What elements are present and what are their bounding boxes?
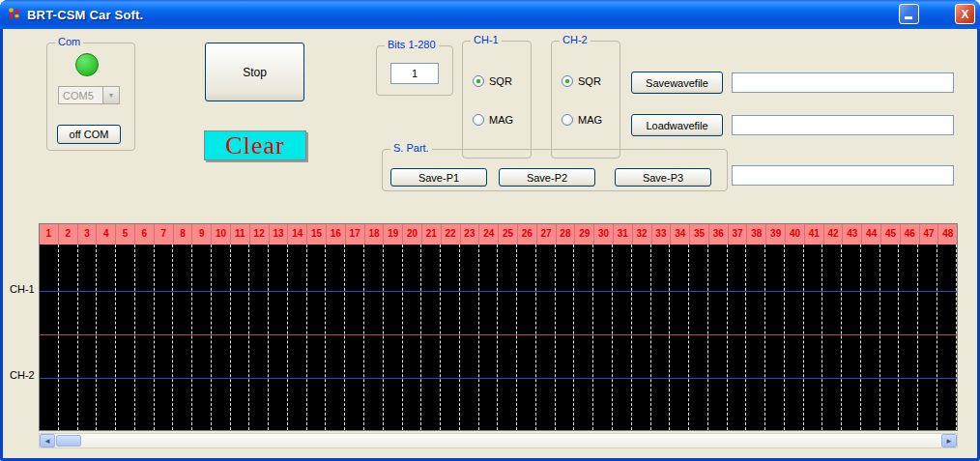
scope-column-number: 34 [671,224,690,245]
bits-group-label: Bits 1-280 [385,39,439,50]
scope-column-number: 45 [881,224,901,245]
scope-grid-column [403,245,422,430]
scope-grid-column [460,245,479,430]
ch2-group: CH-2 SQR MAG [551,41,620,158]
titlebar[interactable]: BRT-CSM Car Soft. X [0,0,980,29]
window-title: BRT-CSM Car Soft. [27,8,143,22]
scope-grid-column [689,245,708,430]
scope-grid-column [804,245,823,430]
ch1-sqr-radio[interactable]: SQR [473,74,512,88]
scope-column-number: 17 [346,224,365,245]
scope-column-number: 9 [192,224,212,245]
scope-grid-column [899,245,918,430]
scope-grid-column [670,245,689,430]
scope-column-number: 15 [307,224,327,245]
scope-column-number: 5 [116,224,135,245]
ch1-mag-radio[interactable]: MAG [473,113,513,127]
scope-grid-column [135,245,155,430]
spart-group: S. Part. Save-P1 Save-P2 Save-P3 [382,149,728,191]
save-p2-button[interactable]: Save-P2 [499,168,595,187]
scope-grid-column [651,245,671,430]
scope-column-number: 48 [938,224,957,245]
load-wavefile-path-field[interactable] [732,115,954,135]
clear-button[interactable]: Clear [204,130,306,160]
ch1-sqr-label: SQR [489,75,512,87]
radio-button-icon [473,114,484,126]
ch2-group-label: CH-2 [560,34,591,45]
scope-ch1-baseline [40,291,957,292]
ch2-mag-radio[interactable]: MAG [562,113,602,127]
scope-column-number: 18 [365,224,385,245]
scope-ch1-label: CH-1 [10,283,35,295]
scope-column-number: 30 [594,224,614,245]
scope-column-number: 3 [78,224,98,245]
scope-column-number: 42 [824,224,844,245]
radio-button-icon [562,114,573,126]
stop-button[interactable]: Stop [205,43,304,101]
scope-column-number: 26 [518,224,537,245]
scope-column-number: 36 [709,224,729,245]
scope-display [40,245,957,430]
ch2-sqr-label: SQR [578,75,601,87]
scope-horizontal-scrollbar[interactable]: ◄ ► [39,433,958,448]
scope-grid-column [536,245,556,430]
scope-column-number: 37 [729,224,748,245]
scope-column-number: 12 [250,224,270,245]
scope-grid-column [249,245,269,430]
scope-grid-column [345,245,364,430]
scope-grid-column [97,245,116,430]
scope-grid-column [307,245,327,430]
scope-column-number: 22 [442,224,461,245]
ch1-group: CH-1 SQR MAG [462,41,532,158]
scope-grid-column [556,245,575,430]
scope-grid-column [937,245,957,430]
scrollbar-right-arrow-icon[interactable]: ► [941,434,957,447]
com-port-select[interactable]: COM5 ▼ [58,86,120,104]
scope-column-number: 16 [327,224,346,245]
scrollbar-thumb[interactable] [56,435,81,447]
save-p3-button[interactable]: Save-P3 [615,168,711,187]
spart-path-field[interactable] [732,165,954,186]
scope-column-number: 21 [422,224,442,245]
scope-grid-column [40,245,59,430]
client-area: Com COM5 ▼ off COM Stop Clear Bits 1-280… [3,29,977,458]
ch2-sqr-radio[interactable]: SQR [562,74,601,88]
com-port-value: COM5 [59,90,102,101]
radio-button-icon [473,75,484,87]
minimize-button[interactable] [899,4,919,24]
scope-grid-column [59,245,78,430]
scope-column-number: 11 [231,224,250,245]
scope-mid-line [40,334,957,335]
scope-header: 1234567891011121314151617181920212223242… [40,224,957,245]
scope-grid-column [384,245,403,430]
scope-column-number: 2 [59,224,78,245]
save-wavefile-button[interactable]: Savewavefile [631,72,723,94]
scope-column-number: 4 [97,224,116,245]
scope-grid-column [441,245,460,430]
scope-column-number: 46 [901,224,920,245]
scope-column-number: 6 [135,224,155,245]
scope-grid-column [842,245,861,430]
chevron-down-icon: ▼ [102,87,119,103]
scope-column-number: 44 [862,224,881,245]
load-wavefile-button[interactable]: Loadwavefile [631,114,723,136]
scope-column-number: 23 [461,224,480,245]
close-button[interactable]: X [955,4,975,24]
scope-column-number: 33 [652,224,672,245]
bits-input[interactable] [390,63,439,84]
scrollbar-left-arrow-icon[interactable]: ◄ [40,434,55,447]
save-p1-button[interactable]: Save-P1 [390,168,487,187]
scope-grid-column [498,245,517,430]
off-com-button[interactable]: off COM [57,125,121,144]
com-group-label: Com [55,36,83,47]
scope-column-number: 14 [288,224,307,245]
scope-grid-column [746,245,765,430]
scope-column-number: 1 [40,224,59,245]
scope-grid-column [632,245,651,430]
save-wavefile-path-field[interactable] [732,72,954,93]
scope-grid-column [613,245,632,430]
scope: 1234567891011121314151617181920212223242… [39,223,958,431]
scope-grid-column [192,245,212,430]
scope-grid-column [173,245,192,430]
scope-grid-column [479,245,499,430]
